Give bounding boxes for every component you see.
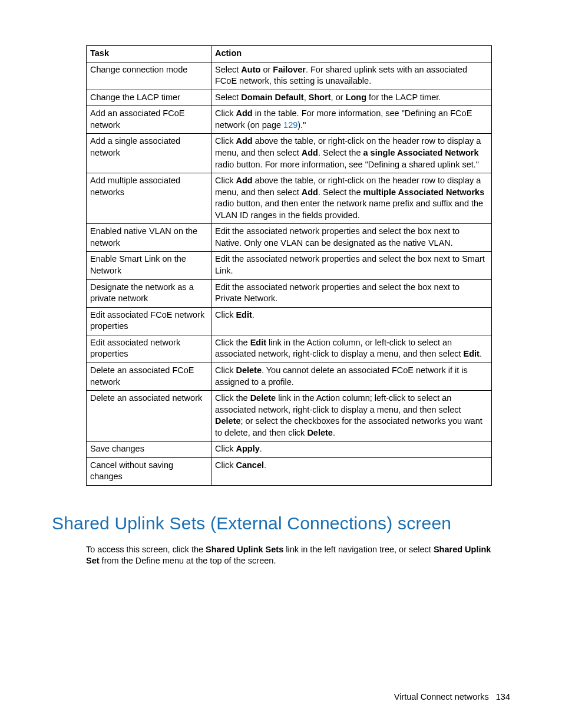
table-row: Enabled native VLAN on the networkEdit t… xyxy=(87,224,492,252)
table-row: Enable Smart Link on the NetworkEdit the… xyxy=(87,252,492,279)
table-row: Change connection modeSelect Auto or Fai… xyxy=(87,62,492,90)
cell-task: Save changes xyxy=(87,442,211,458)
cell-action: Click the Delete link in the Action colu… xyxy=(211,391,492,442)
cell-task: Add multiple associated networks xyxy=(87,173,211,224)
cell-action: Edit the associated network properties a… xyxy=(211,279,492,307)
table-header-row: Task Action xyxy=(87,46,492,62)
cell-task: Edit associated network properties xyxy=(87,335,211,363)
task-action-table: Task Action Change connection modeSelect… xyxy=(86,45,492,486)
table-row: Delete an associated FCoE networkClick D… xyxy=(87,363,492,390)
section-intro: To access this screen, click the Shared … xyxy=(86,544,491,567)
table-row: Add an associated FCoE networkClick Add … xyxy=(87,106,492,134)
cell-task: Edit associated FCoE network properties xyxy=(87,307,211,335)
cell-action: Click Apply. xyxy=(211,442,492,458)
cell-action: Edit the associated network properties a… xyxy=(211,252,492,279)
cell-action: Select Auto or Failover. For shared upli… xyxy=(211,62,492,90)
cell-action: Click Cancel. xyxy=(211,457,492,485)
cell-action: Click Add above the table, or right-clic… xyxy=(211,134,492,173)
page-footer: Virtual Connect networks 134 xyxy=(394,691,510,703)
col-header-task: Task xyxy=(87,46,211,62)
table-row: Delete an associated networkClick the De… xyxy=(87,391,492,442)
table-row: Add a single associated networkClick Add… xyxy=(87,134,492,173)
cell-task: Designate the network as a private netwo… xyxy=(87,279,211,307)
cell-action: Click Delete. You cannot delete an assoc… xyxy=(211,363,492,390)
cell-task: Add an associated FCoE network xyxy=(87,106,211,134)
table-row: Designate the network as a private netwo… xyxy=(87,279,492,307)
cell-action: Click the Edit link in the Action column… xyxy=(211,335,492,363)
table-row: Save changesClick Apply. xyxy=(87,442,492,458)
section-title: Shared Uplink Sets (External Connections… xyxy=(52,512,510,536)
page-link[interactable]: 129 xyxy=(283,120,297,130)
cell-task: Delete an associated network xyxy=(87,391,211,442)
cell-task: Add a single associated network xyxy=(87,134,211,173)
cell-task: Change connection mode xyxy=(87,62,211,90)
cell-action: Click Edit. xyxy=(211,307,492,335)
cell-action: Click Add in the table. For more informa… xyxy=(211,106,492,134)
table-row: Change the LACP timerSelect Domain Defau… xyxy=(87,90,492,106)
cell-task: Delete an associated FCoE network xyxy=(87,363,211,390)
cell-action: Click Add above the table, or right-clic… xyxy=(211,173,492,224)
cell-task: Change the LACP timer xyxy=(87,90,211,106)
col-header-action: Action xyxy=(211,46,492,62)
footer-label: Virtual Connect networks xyxy=(394,692,489,701)
cell-task: Cancel without saving changes xyxy=(87,457,211,485)
table-row: Cancel without saving changesClick Cance… xyxy=(87,457,492,485)
cell-task: Enable Smart Link on the Network xyxy=(87,252,211,279)
cell-action: Edit the associated network properties a… xyxy=(211,224,492,252)
table-row: Add multiple associated networksClick Ad… xyxy=(87,173,492,224)
footer-page-number: 134 xyxy=(496,692,510,701)
cell-task: Enabled native VLAN on the network xyxy=(87,224,211,252)
cell-action: Select Domain Default, Short, or Long fo… xyxy=(211,90,492,106)
table-row: Edit associated FCoE network propertiesC… xyxy=(87,307,492,335)
table-row: Edit associated network propertiesClick … xyxy=(87,335,492,363)
